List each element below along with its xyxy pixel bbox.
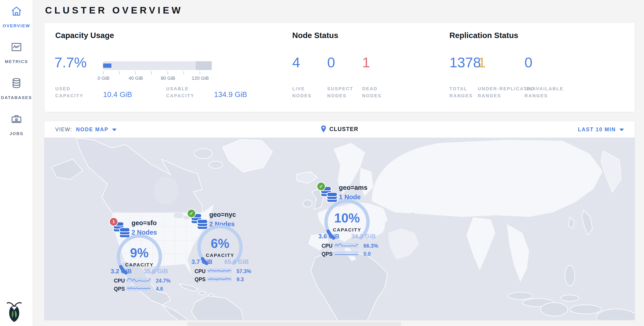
- cpu-row: CPU 57.3%: [194, 268, 262, 274]
- status-badge: ✓: [317, 182, 325, 190]
- suspect-nodes-count: 0: [327, 54, 335, 70]
- page-title: CLUSTER OVERVIEW: [45, 5, 183, 16]
- sidebar-item-label: DATABASES: [0, 95, 33, 100]
- map-toolbar: VIEW: NODE MAP CLUSTER LAST 10 MIN: [44, 121, 635, 138]
- sidebar-item-label: JOBS: [0, 131, 33, 136]
- axis-tick-label: 0 GiB: [98, 75, 110, 81]
- cockroachdb-bug-logo: [6, 300, 22, 323]
- gauge-total-value: 35.0 GiB: [144, 268, 168, 275]
- home-icon: [0, 5, 33, 18]
- qps-value: 4.6: [156, 286, 163, 292]
- qps-sparkline: [126, 286, 151, 292]
- gauge-percent: 9%: [114, 245, 165, 260]
- gauge-total-value: 65.6 GiB: [224, 258, 249, 265]
- gauge-ranges: 3.7 GiB 65.6 GiB: [192, 258, 249, 266]
- qps-label: QPS: [114, 286, 125, 292]
- qps-value: 9.3: [236, 277, 244, 283]
- dead-nodes-label: DEADNODES: [362, 85, 382, 99]
- gauge-percent: 10%: [321, 210, 373, 225]
- axis-tick-label: 80 GiB: [161, 75, 175, 81]
- qps-row: QPS 0.0: [321, 251, 389, 257]
- cpu-label: CPU: [322, 243, 332, 249]
- breadcrumb-label: CLUSTER: [330, 126, 358, 132]
- under-replicated-ranges-count: 1: [478, 54, 486, 70]
- usable-capacity-label: USABLECAPACITY: [166, 85, 194, 99]
- sidebar-item-metrics[interactable]: METRICS: [0, 41, 33, 64]
- axis-tick: [151, 71, 152, 74]
- used-capacity-value: 10.4 GiB: [103, 90, 132, 99]
- capacity-gauge-ams: 10% CAPACITY 3.6 GiB 34.3 GiB CPU 66.3% …: [321, 196, 373, 248]
- unavailable-ranges-count: 0: [524, 54, 532, 70]
- cpu-sparkline: [207, 268, 232, 275]
- used-capacity-label: USEDCAPACITY: [55, 85, 84, 99]
- total-ranges-label: TOTALRANGES: [450, 85, 473, 99]
- gauge-total-value: 34.3 GiB: [351, 233, 376, 240]
- axis-tick: [168, 71, 168, 74]
- jobs-icon: [0, 113, 33, 126]
- replication-status-title: Replication Status: [450, 31, 518, 40]
- databases-icon: [0, 77, 33, 90]
- axis-tick-label: 120 GiB: [192, 75, 209, 81]
- usable-capacity-value: 134.9 GiB: [214, 90, 247, 99]
- cpu-label: CPU: [114, 278, 125, 284]
- cpu-value: 66.3%: [364, 243, 378, 249]
- node-map-panel: VIEW: NODE MAP CLUSTER LAST 10 MIN: [44, 121, 635, 320]
- gauge-ranges: 3.2 GiB 35.0 GiB: [111, 268, 168, 275]
- cpu-row: CPU 24.7%: [114, 277, 181, 284]
- sidebar-item-jobs[interactable]: JOBS: [0, 113, 33, 136]
- sidebar-item-label: OVERVIEW: [0, 23, 33, 28]
- cpu-sparkline: [334, 242, 358, 249]
- locality-name: geo=sfo: [132, 219, 157, 227]
- gauge-capacity-label: CAPACITY: [194, 253, 246, 258]
- qps-label: QPS: [322, 251, 332, 257]
- map-pin-icon: [321, 125, 326, 133]
- chevron-down-icon: [112, 129, 116, 131]
- node-status-title: Node Status: [292, 31, 338, 40]
- live-nodes-label: LIVENODES: [292, 85, 312, 99]
- gauge-percent: 6%: [194, 236, 246, 251]
- gauge-used-value: 3.7 GiB: [192, 258, 212, 265]
- qps-label: QPS: [194, 277, 206, 283]
- capacity-bar-fill: [103, 63, 112, 68]
- axis-tick: [119, 71, 120, 74]
- total-ranges-count: 1378: [450, 54, 481, 70]
- dead-nodes-count: 1: [362, 54, 370, 70]
- metrics-icon: [0, 41, 33, 54]
- locality-name: geo=nyc: [209, 211, 236, 218]
- axis-tick: [135, 71, 136, 74]
- sidebar-item-label: METRICS: [0, 59, 33, 64]
- axis-tick: [103, 71, 104, 74]
- breadcrumb: CLUSTER: [321, 125, 358, 133]
- status-badge: ✓: [188, 210, 195, 217]
- axis-tick: [200, 71, 200, 74]
- cluster-summary-panel: Capacity Usage 7.7% 0 GiB 40 GiB 80 GiB …: [44, 22, 635, 112]
- time-range-dropdown[interactable]: LAST 10 MIN: [578, 127, 624, 133]
- capacity-gauge-sfo: 9% CAPACITY 3.2 GiB 35.0 GiB CPU 24.7% Q…: [114, 231, 165, 283]
- gauge-capacity-label: CAPACITY: [114, 262, 165, 267]
- gauge-used-value: 3.2 GiB: [111, 268, 132, 275]
- cpu-value: 57.3%: [236, 268, 251, 274]
- locality-name: geo=ams: [339, 184, 368, 191]
- horizontal-scrollbar-thumb[interactable]: [187, 322, 401, 326]
- capacity-bar: [103, 61, 212, 70]
- sidebar: OVERVIEW METRICS DATABASES JOBS: [0, 0, 33, 326]
- world-map: 1 geo=sfo 2 Nodes 9% CAPACITY 3.2 GiB: [44, 138, 635, 320]
- axis-tick: [184, 71, 184, 74]
- gauge-capacity-label: CAPACITY: [321, 227, 373, 233]
- qps-value: 0.0: [364, 251, 371, 257]
- capacity-usage-title: Capacity Usage: [55, 31, 114, 40]
- view-dropdown[interactable]: NODE MAP: [76, 127, 116, 133]
- gauge-used-value: 3.6 GiB: [318, 233, 339, 240]
- qps-sparkline: [207, 276, 232, 283]
- gauge-ranges: 3.6 GiB 34.3 GiB: [318, 233, 376, 240]
- axis-tick-label: 40 GiB: [128, 75, 143, 81]
- sidebar-item-databases[interactable]: DATABASES: [0, 77, 33, 100]
- qps-row: QPS 9.3: [194, 276, 262, 282]
- cpu-row: CPU 66.3%: [321, 242, 389, 249]
- suspect-nodes-label: SUSPECTNODES: [327, 85, 353, 99]
- sidebar-item-overview[interactable]: OVERVIEW: [0, 5, 33, 28]
- capacity-used-percent: 7.7%: [54, 54, 87, 70]
- view-label: VIEW:: [55, 127, 72, 133]
- cpu-sparkline: [126, 277, 151, 284]
- status-badge: 1: [110, 218, 118, 226]
